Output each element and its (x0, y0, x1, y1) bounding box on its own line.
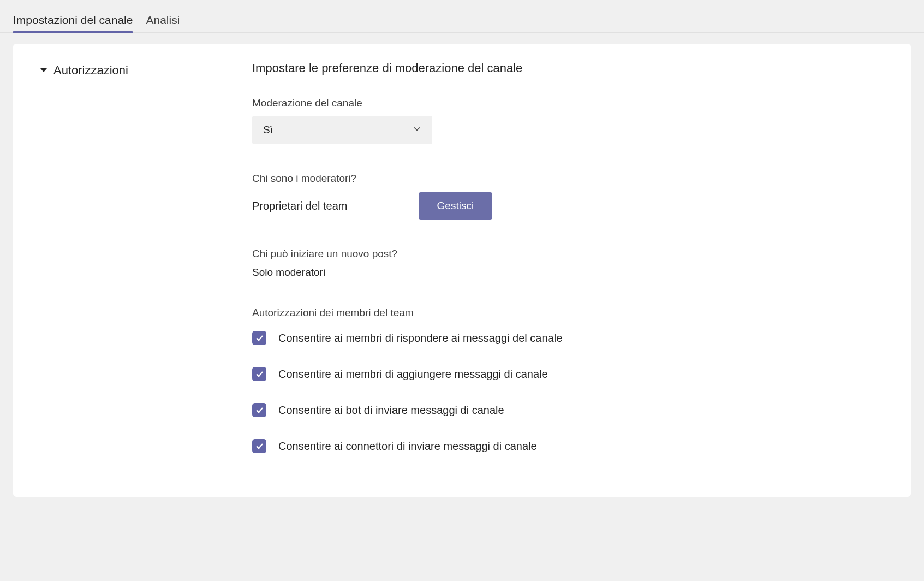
checkbox-label: Consentire ai membri di aggiungere messa… (278, 368, 548, 381)
checkbox-label: Consentire ai connettori di inviare mess… (278, 440, 537, 453)
manage-button[interactable]: Gestisci (419, 192, 493, 220)
checkbox-allow-bots[interactable] (252, 403, 266, 417)
permission-row: Consentire ai membri di aggiungere messa… (252, 367, 743, 381)
section-header[interactable]: Autorizzazioni (35, 61, 226, 475)
checkbox-allow-connectors[interactable] (252, 439, 266, 453)
new-post-label: Chi può iniziare un nuovo post? (252, 248, 743, 260)
caret-down-icon (40, 68, 47, 72)
moderation-dropdown-value: Sì (263, 124, 273, 136)
moderation-label: Moderazione del canale (252, 97, 743, 109)
check-icon (255, 334, 264, 342)
section-content: Impostare le preferenze di moderazione d… (252, 61, 743, 475)
content-heading: Impostare le preferenze di moderazione d… (252, 61, 743, 75)
check-icon (255, 406, 264, 414)
check-icon (255, 370, 264, 378)
permissions-heading: Autorizzazioni dei membri del team (252, 307, 743, 319)
tab-channel-settings[interactable]: Impostazioni del canale (13, 14, 133, 32)
checkbox-label: Consentire ai membri di rispondere ai me… (278, 332, 562, 345)
page: Impostazioni del canale Analisi Autorizz… (0, 0, 924, 581)
permission-row: Consentire ai membri di rispondere ai me… (252, 331, 743, 345)
permission-row: Consentire ai bot di inviare messaggi di… (252, 403, 743, 417)
new-post-value: Solo moderatori (252, 266, 743, 278)
section-permissions: Autorizzazioni Impostare le preferenze d… (35, 61, 889, 475)
checkbox-label: Consentire ai bot di inviare messaggi di… (278, 404, 504, 417)
tab-bar: Impostazioni del canale Analisi (0, 0, 924, 33)
check-icon (255, 442, 264, 450)
moderation-dropdown[interactable]: Sì (252, 116, 432, 144)
moderators-label: Chi sono i moderatori? (252, 173, 743, 185)
permission-row: Consentire ai connettori di inviare mess… (252, 439, 743, 453)
tab-analytics[interactable]: Analisi (146, 14, 180, 32)
section-title: Autorizzazioni (53, 63, 128, 78)
moderators-row: Proprietari del team Gestisci (252, 192, 743, 220)
chevron-down-icon (413, 124, 421, 136)
checkbox-allow-add[interactable] (252, 367, 266, 381)
settings-card: Autorizzazioni Impostare le preferenze d… (13, 44, 911, 497)
moderators-value: Proprietari del team (252, 200, 348, 212)
checkbox-allow-reply[interactable] (252, 331, 266, 345)
